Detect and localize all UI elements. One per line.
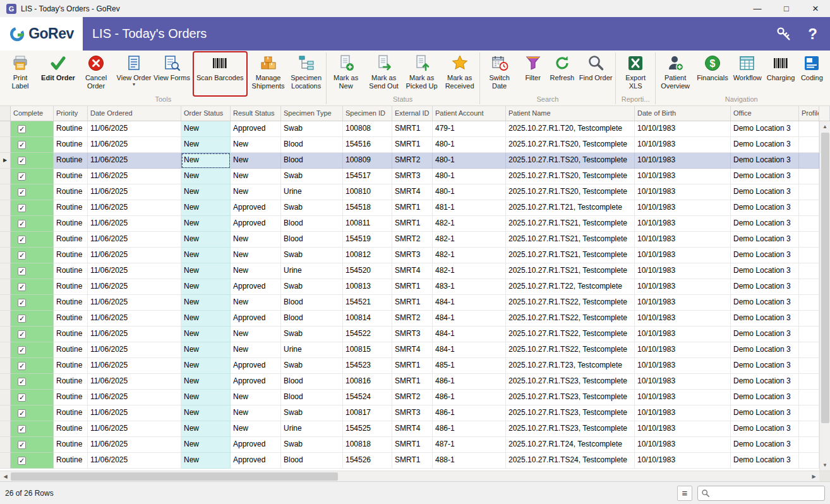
- column-header-specimen-type[interactable]: Specimen Type: [281, 106, 343, 121]
- toolbar-button-mark-as-received[interactable]: Mark as Received: [441, 52, 479, 90]
- complete-checkbox[interactable]: ✓: [18, 315, 26, 323]
- search-box[interactable]: [697, 486, 825, 501]
- complete-checkbox[interactable]: ✓: [18, 441, 26, 449]
- toolbar-button-patient-overview[interactable]: Patient Overview: [656, 52, 694, 90]
- column-header-complete[interactable]: Complete: [11, 106, 54, 121]
- table-row[interactable]: ✓Routine11/06/2025NewNewBlood154516SMRT1…: [0, 137, 819, 153]
- toolbar-button-view-order[interactable]: View Order▾: [115, 52, 153, 87]
- toolbar-button-export-xls[interactable]: Export XLS: [616, 52, 654, 90]
- column-header-specimen-id[interactable]: Specimen ID: [343, 106, 392, 121]
- horizontal-scrollbar[interactable]: ◀ ▶: [0, 471, 830, 481]
- scroll-down-icon[interactable]: ▼: [820, 460, 830, 471]
- complete-checkbox[interactable]: ✓: [18, 362, 26, 370]
- complete-checkbox[interactable]: ✓: [18, 330, 26, 339]
- scroll-left-icon[interactable]: ◀: [0, 471, 11, 481]
- complete-checkbox[interactable]: ✓: [18, 267, 26, 275]
- key-icon[interactable]: [776, 26, 791, 42]
- complete-checkbox[interactable]: ✓: [18, 409, 26, 417]
- complete-checkbox[interactable]: ✓: [18, 299, 26, 307]
- complete-checkbox[interactable]: ✓: [18, 236, 26, 244]
- column-header-profile[interactable]: Profile: [799, 106, 819, 121]
- toolbar-button-find-order[interactable]: Find Order: [577, 52, 615, 83]
- search-input[interactable]: [713, 487, 821, 500]
- toolbar-button-switch-date[interactable]: Switch Date: [481, 52, 519, 90]
- complete-checkbox[interactable]: ✓: [18, 393, 26, 402]
- toolbar-button-manage-shipments[interactable]: Manage Shipments: [250, 52, 287, 90]
- vertical-scroll-thumb[interactable]: [821, 133, 829, 423]
- column-header-result-status[interactable]: Result Status: [231, 106, 281, 121]
- table-row[interactable]: ✓Routine11/06/2025NewNewUrine154525SMRT4…: [0, 421, 819, 437]
- column-header-date-ordered[interactable]: Date Ordered: [88, 106, 181, 121]
- column-header-patient-account[interactable]: Patient Account: [433, 106, 506, 121]
- table-row[interactable]: ✓Routine11/06/2025NewApprovedBlood100814…: [0, 311, 819, 327]
- complete-checkbox[interactable]: ✓: [18, 457, 26, 465]
- toolbar-button-view-forms[interactable]: View Forms: [153, 52, 191, 83]
- table-row[interactable]: ✓Routine11/06/2025NewNewBlood154521SMRT1…: [0, 295, 819, 311]
- toolbar-button-coding[interactable]: Coding: [797, 52, 826, 83]
- toolbar-button-refresh[interactable]: Refresh: [548, 52, 577, 83]
- table-row[interactable]: ✓Routine11/06/2025NewNewBlood154524SMRT2…: [0, 390, 819, 405]
- complete-checkbox[interactable]: ✓: [18, 141, 26, 149]
- column-header-order-status[interactable]: Order Status: [181, 106, 231, 121]
- table-row[interactable]: ✓Routine11/06/2025NewNewSwab100812SMRT34…: [0, 248, 819, 263]
- column-header-patient-name[interactable]: Patient Name: [506, 106, 635, 121]
- toolbar-button-cancel-order[interactable]: Cancel Order: [77, 52, 115, 90]
- complete-checkbox[interactable]: ✓: [18, 157, 26, 165]
- toolbar-button-print-label[interactable]: Print Label: [1, 52, 39, 90]
- toolbar-button-filter[interactable]: Filter: [519, 52, 548, 83]
- scroll-right-icon[interactable]: ▶: [809, 471, 819, 481]
- table-row[interactable]: ✓Routine11/06/2025NewApprovedSwab100813S…: [0, 279, 819, 295]
- table-row[interactable]: ▶✓Routine11/06/2025NewNewBlood100809SMRT…: [0, 153, 819, 169]
- column-header-date-of-birth[interactable]: Date of Birth: [635, 106, 731, 121]
- table-row[interactable]: ✓Routine11/06/2025NewApprovedSwab100818S…: [0, 437, 819, 453]
- table-row[interactable]: ✓Routine11/06/2025NewNewSwab100817SMRT34…: [0, 405, 819, 421]
- table-row[interactable]: ✓Routine11/06/2025NewApprovedBlood100816…: [0, 374, 819, 390]
- complete-checkbox[interactable]: ✓: [18, 251, 26, 260]
- complete-checkbox[interactable]: ✓: [18, 425, 26, 433]
- complete-checkbox[interactable]: ✓: [18, 283, 26, 291]
- toolbar-button-edit-order[interactable]: Edit Order: [39, 52, 77, 83]
- toolbar-button-charging[interactable]: Charging: [764, 52, 798, 83]
- table-row[interactable]: ✓Routine11/06/2025NewApprovedBlood100811…: [0, 216, 819, 232]
- toolbar-button-workflow[interactable]: Workflow: [731, 52, 764, 83]
- complete-checkbox[interactable]: ✓: [18, 188, 26, 196]
- cell-specimen-type: Swab: [281, 358, 343, 374]
- column-header-office[interactable]: Office: [731, 106, 799, 121]
- complete-checkbox[interactable]: ✓: [18, 172, 26, 181]
- table-row[interactable]: ✓Routine11/06/2025NewNewBlood154519SMRT2…: [0, 232, 819, 248]
- toolbar-button-mark-as-new[interactable]: Mark as New: [327, 52, 365, 90]
- horizontal-scroll-track[interactable]: [11, 471, 809, 481]
- table-row[interactable]: ✓Routine11/06/2025NewNewUrine100815SMRT4…: [0, 342, 819, 358]
- maximize-button[interactable]: □: [772, 0, 801, 17]
- table-row[interactable]: ✓Routine11/06/2025NewApprovedSwab154518S…: [0, 200, 819, 216]
- toolbar-button-specimen-locations[interactable]: Specimen Locations: [287, 52, 325, 90]
- horizontal-scroll-thumb[interactable]: [11, 472, 338, 481]
- find-order-icon: [586, 54, 605, 73]
- table-row[interactable]: ✓Routine11/06/2025NewNewUrine100810SMRT4…: [0, 184, 819, 200]
- toolbar-button-scan-barcodes[interactable]: Scan Barcodes: [194, 52, 246, 95]
- complete-checkbox[interactable]: ✓: [18, 204, 26, 212]
- table-row[interactable]: ✓Routine11/06/2025NewNewSwab154517SMRT34…: [0, 169, 819, 184]
- table-row[interactable]: ✓Routine11/06/2025NewNewUrine154520SMRT4…: [0, 263, 819, 279]
- help-icon[interactable]: ?: [808, 25, 817, 43]
- menu-button[interactable]: ≡: [677, 486, 692, 501]
- complete-checkbox[interactable]: ✓: [18, 125, 26, 133]
- table-row[interactable]: ✓Routine11/06/2025NewApprovedSwab154523S…: [0, 358, 819, 374]
- cell-complete: ✓: [11, 358, 54, 374]
- cell-external-id: SMRT2: [392, 311, 433, 327]
- vertical-scrollbar[interactable]: ▲ ▼: [819, 121, 830, 471]
- table-row[interactable]: ✓Routine11/06/2025NewApprovedBlood154526…: [0, 453, 819, 469]
- minimize-button[interactable]: —: [743, 0, 772, 17]
- toolbar-button-financials[interactable]: $Financials: [694, 52, 731, 83]
- column-header-priority[interactable]: Priority: [54, 106, 88, 121]
- complete-checkbox[interactable]: ✓: [18, 220, 26, 228]
- complete-checkbox[interactable]: ✓: [18, 378, 26, 386]
- column-header-external-id[interactable]: External ID: [392, 106, 433, 121]
- toolbar-button-mark-as-send-out[interactable]: Mark as Send Out: [365, 52, 403, 90]
- complete-checkbox[interactable]: ✓: [18, 346, 26, 354]
- toolbar-button-mark-as-picked-up[interactable]: Mark as Picked Up: [403, 52, 441, 90]
- table-row[interactable]: ✓Routine11/06/2025NewApprovedSwab100808S…: [0, 121, 819, 137]
- scroll-up-icon[interactable]: ▲: [820, 121, 830, 132]
- table-row[interactable]: ✓Routine11/06/2025NewNewSwab154522SMRT34…: [0, 327, 819, 342]
- close-button[interactable]: ×: [801, 0, 830, 17]
